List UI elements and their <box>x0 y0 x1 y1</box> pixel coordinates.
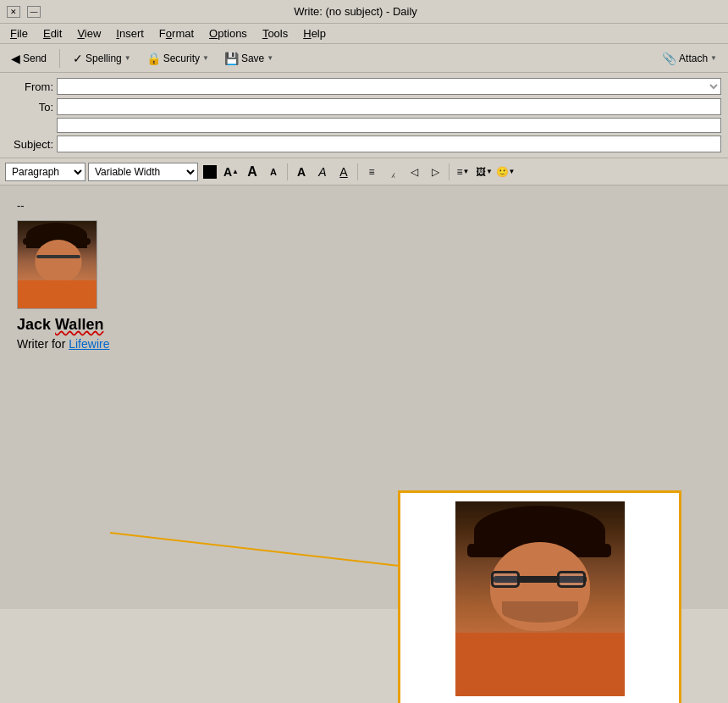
fmt-divider-1 <box>287 163 288 180</box>
subject-input[interactable] <box>57 136 721 152</box>
underline-button[interactable]: A <box>334 163 353 181</box>
window-controls: ✕ — <box>7 6 41 18</box>
from-row: From: <box>0 76 728 97</box>
menu-tools[interactable]: Tools <box>256 25 295 42</box>
fmt-divider-2 <box>357 163 358 180</box>
indent-increase-button[interactable]: ▷ <box>426 163 444 181</box>
save-dropdown-arrow[interactable]: ▼ <box>267 54 273 62</box>
to-input[interactable] <box>57 98 721 115</box>
zoom-popup-content: Jack Wallen Writer for Lifewire <box>400 696 679 703</box>
spelling-dropdown-arrow[interactable]: ▼ <box>124 54 131 62</box>
format-toolbar: Paragraph Variable Width A ▲ A A A A A ≡… <box>0 158 728 185</box>
ordered-list-button[interactable]: ⁁ <box>383 163 402 181</box>
menu-bar: File Edit View Insert Format Options Too… <box>0 24 728 44</box>
indent-decrease-button[interactable]: ◁ <box>405 163 423 181</box>
send-button[interactable]: ◀ Send <box>5 48 52 69</box>
send-icon: ◀ <box>11 52 20 65</box>
main-toolbar: ◀ Send ✓ Spelling ▼ 🔒 Security ▼ 💾 Save … <box>0 44 728 73</box>
zoom-popup: Jack Wallen Writer for Lifewire <box>398 490 681 703</box>
subject-row: Subject: <box>0 134 728 154</box>
minimize-button[interactable]: — <box>27 6 41 18</box>
body-area[interactable]: -- Jack Jack WallenWallen Writer for Lif… <box>0 185 728 609</box>
save-icon: 💾 <box>224 52 239 65</box>
address-area: From: To: Subject: <box>0 73 728 158</box>
bold-button[interactable]: A <box>292 163 311 181</box>
to-label: To: <box>7 101 53 113</box>
up-arrow-icon: ▲ <box>232 168 239 175</box>
attach-area: 📎 Attach ▼ <box>656 48 723 69</box>
increase-font-size-button[interactable]: A ▲ <box>222 163 240 181</box>
lock-icon: 🔒 <box>146 52 161 65</box>
font-size-decrease-button[interactable]: A <box>264 163 283 181</box>
italic-button[interactable]: A <box>313 163 332 181</box>
signature-separator: -- <box>17 199 711 212</box>
align-dropdown-arrow: ▼ <box>463 168 470 175</box>
font-select[interactable]: Variable Width <box>88 163 198 181</box>
close-button[interactable]: ✕ <box>7 6 20 18</box>
window-title: Write: (no subject) - Daily <box>41 5 670 18</box>
menu-insert[interactable]: Insert <box>109 25 151 42</box>
subject-label: Subject: <box>7 138 53 151</box>
svg-line-0 <box>110 533 406 567</box>
align-button[interactable]: ≡ ▼ <box>454 163 472 181</box>
font-color-button[interactable] <box>201 163 219 181</box>
font-size-increase-button[interactable]: A <box>243 163 262 181</box>
menu-options[interactable]: Options <box>202 25 254 42</box>
title-bar: ✕ — Write: (no subject) - Daily <box>0 0 728 24</box>
signature-writer: Writer for Lifewire <box>17 337 711 351</box>
zoom-arrow <box>102 524 423 703</box>
name-display: Wallen <box>55 316 103 333</box>
attach-dropdown-arrow[interactable]: ▼ <box>710 54 717 62</box>
menu-edit[interactable]: Edit <box>36 25 69 42</box>
image-dropdown-arrow: ▼ <box>486 168 493 175</box>
menu-help[interactable]: Help <box>296 25 333 42</box>
security-dropdown-arrow[interactable]: ▼ <box>202 54 209 62</box>
attach-icon: 📎 <box>662 52 676 65</box>
lifewire-link-small[interactable]: Lifewire <box>69 337 109 351</box>
attach-button[interactable]: 📎 Attach ▼ <box>656 48 723 69</box>
from-label: From: <box>7 80 53 93</box>
font-color-swatch <box>203 165 217 179</box>
toolbar-divider-1 <box>59 49 60 68</box>
image-button[interactable]: 🖼 ▼ <box>475 163 494 181</box>
spelling-icon: ✓ <box>73 52 83 65</box>
signature-photo-small <box>17 220 97 309</box>
emoji-dropdown-arrow: ▼ <box>509 168 516 175</box>
paragraph-style-select[interactable]: Paragraph <box>5 163 85 181</box>
menu-file[interactable]: File <box>3 25 35 42</box>
cc-row <box>0 117 728 134</box>
emoji-button[interactable]: 🙂 ▼ <box>496 163 515 181</box>
menu-view[interactable]: View <box>70 25 108 42</box>
unordered-list-button[interactable]: ≡ <box>362 163 381 181</box>
menu-format[interactable]: Format <box>152 25 201 42</box>
first-name: Jack <box>17 316 55 333</box>
increase-font-icon: A <box>223 165 232 179</box>
signature-name: Jack Jack WallenWallen <box>17 316 711 334</box>
from-dropdown[interactable] <box>57 78 721 95</box>
security-button[interactable]: 🔒 Security ▼ <box>141 48 215 69</box>
spelling-button[interactable]: ✓ Spelling ▼ <box>67 48 137 69</box>
fmt-divider-3 <box>449 163 449 180</box>
to-row: To: <box>0 97 728 117</box>
save-button[interactable]: 💾 Save ▼ <box>218 48 279 69</box>
